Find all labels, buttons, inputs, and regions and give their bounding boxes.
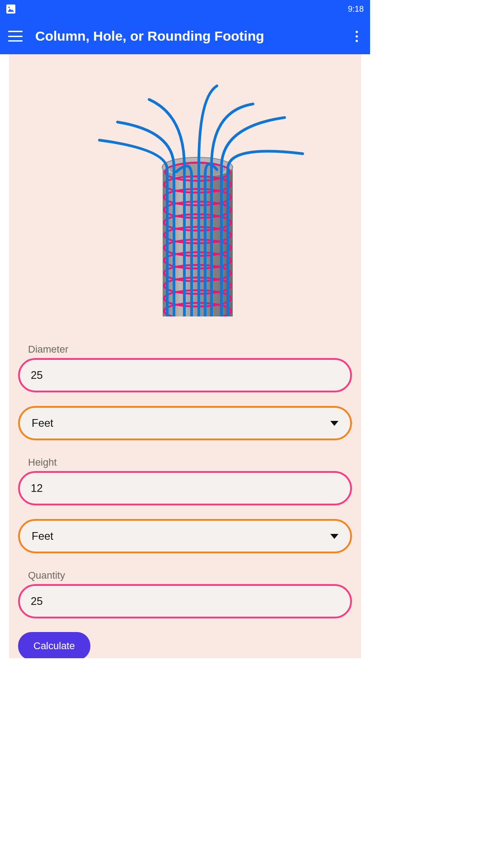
diameter-value: 25 [31, 369, 43, 382]
status-time: 9:18 [348, 5, 364, 14]
height-unit-value: Feet [32, 530, 53, 542]
svg-rect-0 [6, 5, 15, 14]
chevron-down-icon [330, 534, 338, 539]
diameter-unit-value: Feet [32, 417, 53, 429]
page-title: Column, Hole, or Rounding Footing [35, 28, 338, 44]
quantity-input[interactable]: 25 [18, 584, 352, 618]
height-value: 12 [31, 482, 43, 495]
illustration-container [18, 72, 352, 316]
column-illustration [59, 72, 312, 316]
chevron-down-icon [330, 421, 338, 426]
status-bar: 9:18 [0, 0, 370, 18]
height-label: Height [28, 457, 352, 468]
quantity-value: 25 [31, 595, 43, 608]
height-unit-select[interactable]: Feet [18, 519, 352, 553]
diameter-label: Diameter [28, 344, 352, 355]
calculate-button[interactable]: Calculate [18, 632, 90, 658]
image-icon [6, 5, 15, 14]
height-input[interactable]: 12 [18, 471, 352, 505]
diameter-input[interactable]: 25 [18, 358, 352, 392]
diameter-unit-select[interactable]: Feet [18, 406, 352, 440]
quantity-label: Quantity [28, 570, 352, 581]
menu-icon[interactable] [8, 31, 23, 42]
app-bar: Column, Hole, or Rounding Footing [0, 18, 370, 54]
content-area: Diameter 25 Feet Height 12 Feet Quantity… [9, 54, 361, 658]
more-icon[interactable] [351, 31, 362, 42]
svg-point-2 [8, 6, 9, 8]
